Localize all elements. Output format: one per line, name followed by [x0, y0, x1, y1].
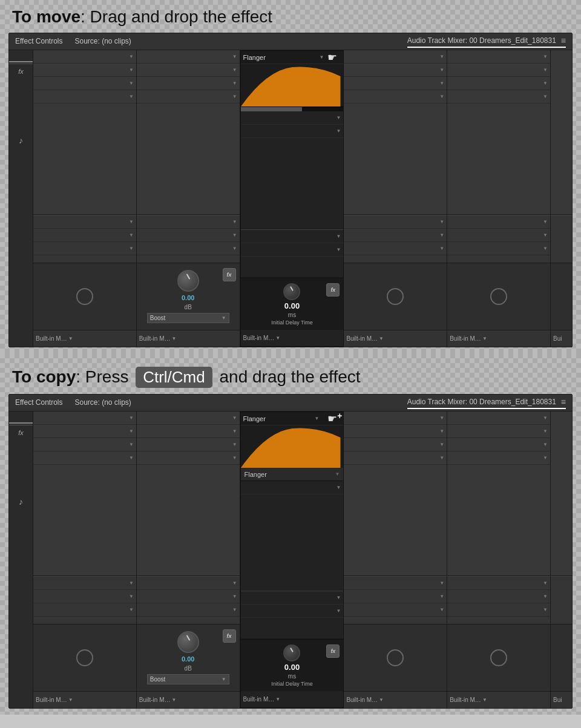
fx-slot-1-4[interactable]: ▼ — [33, 90, 136, 103]
fx-slot-2-4[interactable]: ▼ — [137, 90, 240, 103]
fx-slot-c1-2[interactable]: ▼ — [33, 425, 136, 438]
fx-slot-4-3[interactable]: ▼ — [344, 77, 447, 90]
fx-btn-c2[interactable]: fx — [223, 629, 236, 643]
fx-slot-c1-1[interactable]: ▼ — [33, 412, 136, 425]
fx-slot-1-1[interactable]: ▼ — [33, 50, 136, 64]
pan-knob-c1[interactable] — [76, 649, 93, 666]
send-slot-2-3[interactable]: ▼ — [137, 242, 240, 255]
fx-slot-c3-flanger[interactable]: Flanger ☛ + ▼ — [241, 412, 344, 425]
send-slot-c1-3[interactable]: ▼ — [33, 603, 136, 617]
footer-chevron-2[interactable]: ▼ — [171, 336, 176, 341]
send-slot-5-3[interactable]: ▼ — [447, 242, 550, 255]
send-slot-3-2[interactable]: ▼ — [241, 243, 344, 257]
fx-slot-1-3[interactable]: ▼ — [33, 77, 136, 90]
fx-slot-1-2[interactable]: ▼ — [33, 64, 136, 77]
fx-slot-2-1[interactable]: ▼ — [137, 50, 240, 64]
fx-slot-c3-flanger2[interactable]: Flanger ▼ — [241, 468, 344, 481]
fx-slot-c4-2[interactable]: ▼ — [344, 425, 447, 438]
send-slot-c1-1[interactable]: ▼ — [33, 577, 136, 590]
fx-slot-c5-2[interactable]: ▼ — [447, 425, 550, 438]
fx-slot-c2-1[interactable]: ▼ — [137, 412, 240, 425]
footer-chevron-c5[interactable]: ▼ — [482, 697, 487, 703]
fx-slot-3-2[interactable]: ▼ — [241, 111, 344, 125]
fx-slot-5-2[interactable]: ▼ — [447, 64, 550, 77]
pan-knob-c4[interactable] — [387, 649, 404, 666]
send-slot-c5-1[interactable]: ▼ — [447, 577, 550, 590]
send-slot-c2-3[interactable]: ▼ — [137, 603, 240, 617]
send-slot-c1-2[interactable]: ▼ — [33, 590, 136, 603]
pan-knob-5[interactable] — [490, 288, 507, 305]
send-slot-5-1[interactable]: ▼ — [447, 215, 550, 229]
delay-knob-1[interactable] — [283, 283, 300, 300]
send-slot-5-2[interactable]: ▼ — [447, 229, 550, 242]
footer-chevron-c4[interactable]: ▼ — [379, 697, 384, 703]
fx-slot-c4-1[interactable]: ▼ — [344, 412, 447, 425]
footer-chevron-5[interactable]: ▼ — [482, 336, 487, 341]
fx-slot-2-2[interactable]: ▼ — [137, 64, 240, 77]
send-slot-c4-1[interactable]: ▼ — [344, 577, 447, 590]
fx-slot-c2-4[interactable]: ▼ — [137, 451, 240, 465]
tab-source-1[interactable]: Source: (no clips) — [74, 37, 131, 47]
pan-knob-4[interactable] — [387, 288, 404, 305]
fx-slot-c1-3[interactable]: ▼ — [33, 438, 136, 451]
fx-slot-c5-4[interactable]: ▼ — [447, 451, 550, 465]
fx-slot-2-3[interactable]: ▼ — [137, 77, 240, 90]
fx-btn-delay-c3[interactable]: fx — [326, 644, 340, 658]
fx-slot-5-3[interactable]: ▼ — [447, 77, 550, 90]
send-slot-4-2[interactable]: ▼ — [344, 229, 447, 242]
send-slot-c5-3[interactable]: ▼ — [447, 603, 550, 617]
footer-chevron-c3[interactable]: ▼ — [275, 697, 280, 702]
fx-slot-c5-1[interactable]: ▼ — [447, 412, 550, 425]
fader-knob-2[interactable] — [177, 270, 199, 292]
send-slot-2-1[interactable]: ▼ — [137, 215, 240, 229]
tab-effect-controls-2[interactable]: Effect Controls — [15, 398, 62, 408]
fx-slot-4-1[interactable]: ▼ — [344, 50, 447, 64]
tab-source-2[interactable]: Source: (no clips) — [74, 398, 131, 408]
chevron-s-3-2: ▼ — [336, 247, 341, 252]
fx-slot-flanger-1[interactable]: Flanger ☛ ▼ — [241, 51, 344, 64]
fx-slot-5-4[interactable]: ▼ — [447, 90, 550, 103]
send-slot-1-1[interactable]: ▼ — [33, 215, 136, 229]
send-slot-2-2[interactable]: ▼ — [137, 229, 240, 242]
menu-icon-1[interactable]: ≡ — [561, 36, 566, 45]
send-slot-c4-3[interactable]: ▼ — [344, 603, 447, 617]
fx-slot-c2-3[interactable]: ▼ — [137, 438, 240, 451]
send-slot-c5-2[interactable]: ▼ — [447, 590, 550, 603]
fader-knob-c2[interactable] — [177, 631, 199, 653]
menu-icon-2[interactable]: ≡ — [561, 397, 566, 407]
fx-slot-3-3[interactable]: ▼ — [241, 125, 344, 138]
fx-slot-c1-4[interactable]: ▼ — [33, 451, 136, 465]
delay-knob-c3[interactable] — [283, 644, 300, 661]
send-slot-c3-1[interactable]: ▼ — [241, 591, 344, 605]
fx-slot-5-1[interactable]: ▼ — [447, 50, 550, 64]
fx-btn-2[interactable]: fx — [223, 268, 236, 281]
boost-dropdown-c2[interactable]: Boost ▼ — [147, 674, 229, 684]
footer-chevron-3[interactable]: ▼ — [275, 335, 280, 341]
send-slot-c2-2[interactable]: ▼ — [137, 590, 240, 603]
footer-chevron-c2[interactable]: ▼ — [171, 697, 176, 703]
send-slot-c3-2[interactable]: ▼ — [241, 605, 344, 618]
send-slot-3-1[interactable]: ▼ — [241, 230, 344, 243]
fx-slot-c3-3[interactable]: ▼ — [241, 481, 344, 494]
pan-knob-1[interactable] — [76, 288, 93, 305]
send-slot-4-3[interactable]: ▼ — [344, 242, 447, 255]
fx-slot-c4-4[interactable]: ▼ — [344, 451, 447, 465]
footer-chevron-1[interactable]: ▼ — [68, 336, 73, 341]
send-slot-1-3[interactable]: ▼ — [33, 242, 136, 255]
tab-effect-controls-1[interactable]: Effect Controls — [15, 37, 62, 47]
pan-knob-c5[interactable] — [490, 649, 507, 666]
send-slot-1-2[interactable]: ▼ — [33, 229, 136, 242]
fx-slot-c5-3[interactable]: ▼ — [447, 438, 550, 451]
send-slot-c4-2[interactable]: ▼ — [344, 590, 447, 603]
send-slot-c2-1[interactable]: ▼ — [137, 577, 240, 590]
boost-dropdown-2[interactable]: Boost ▼ — [147, 313, 229, 323]
fx-slot-c2-2[interactable]: ▼ — [137, 425, 240, 438]
footer-chevron-4[interactable]: ▼ — [379, 336, 384, 341]
footer-chevron-c1[interactable]: ▼ — [68, 697, 73, 703]
fx-slot-4-4[interactable]: ▼ — [344, 90, 447, 103]
track-footer-6: Bui — [551, 330, 572, 347]
fx-slot-c4-3[interactable]: ▼ — [344, 438, 447, 451]
send-slot-4-1[interactable]: ▼ — [344, 215, 447, 229]
fx-btn-delay-1[interactable]: fx — [326, 283, 340, 297]
fx-slot-4-2[interactable]: ▼ — [344, 64, 447, 77]
